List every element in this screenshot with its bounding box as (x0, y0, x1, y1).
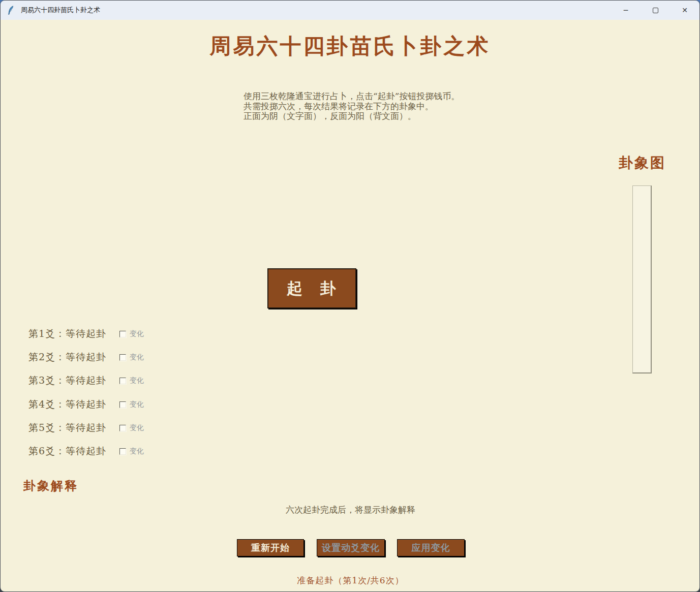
close-button[interactable]: ✕ (670, 1, 699, 20)
page-title: 周易六十四卦苗氏卜卦之术 (1, 32, 699, 60)
instruction-line-3: 正面为阴（文字面），反面为阳（背文面）。 (244, 111, 460, 121)
close-icon: ✕ (682, 6, 688, 14)
change-checkbox-label: 变化 (130, 400, 144, 409)
hexagram-canvas (632, 185, 652, 373)
interpretation-placeholder: 六次起卦完成后，将显示卦象解释 (1, 504, 700, 516)
change-checkbox[interactable] (119, 331, 126, 337)
window-controls: ─ ✕ (611, 1, 699, 20)
yao-change-toggle[interactable]: 变化 (119, 400, 144, 409)
yao-row-2: 第2爻：等待起卦 变化 (28, 351, 144, 364)
cast-hexagram-button[interactable]: 起 卦 (267, 268, 356, 308)
change-checkbox-label: 变化 (130, 423, 144, 432)
maximize-button[interactable] (641, 1, 670, 20)
instructions: 使用三枚乾隆通宝进行占卜，点击“起卦”按钮投掷钱币。 共需投掷六次，每次结果将记… (244, 91, 460, 121)
change-checkbox[interactable] (119, 448, 126, 455)
instruction-line-2: 共需投掷六次，每次结果将记录在下方的卦象中。 (244, 102, 460, 112)
yao-row-4: 第4爻：等待起卦 变化 (28, 398, 144, 411)
set-moving-lines-button[interactable]: 设置动爻变化 (317, 539, 385, 556)
change-checkbox[interactable] (119, 354, 126, 361)
instruction-line-1: 使用三枚乾隆通宝进行占卜，点击“起卦”按钮投掷钱币。 (244, 91, 460, 102)
change-checkbox[interactable] (119, 401, 126, 408)
yao-label: 第2爻：等待起卦 (28, 351, 106, 364)
titlebar: 周易六十四卦苗氏卜卦之术 ─ ✕ (1, 1, 699, 20)
yao-row-5: 第5爻：等待起卦 变化 (28, 421, 144, 434)
change-checkbox-label: 变化 (130, 329, 144, 338)
yao-change-toggle[interactable]: 变化 (119, 376, 144, 385)
yao-label: 第1爻：等待起卦 (28, 327, 106, 340)
yao-label: 第6爻：等待起卦 (28, 445, 106, 458)
minimize-button[interactable]: ─ (611, 1, 641, 20)
yao-row-1: 第1爻：等待起卦 变化 (28, 327, 144, 340)
yao-label: 第5爻：等待起卦 (28, 421, 106, 434)
status-text: 准备起卦（第1次/共6次） (1, 575, 700, 586)
change-checkbox-label: 变化 (130, 376, 144, 385)
restart-button[interactable]: 重新开始 (237, 539, 304, 556)
interpretation-heading: 卦象解释 (23, 478, 78, 494)
change-checkbox-label: 变化 (130, 353, 144, 362)
minimize-icon: ─ (624, 6, 628, 14)
yao-change-toggle[interactable]: 变化 (119, 423, 144, 432)
yao-label: 第4爻：等待起卦 (28, 398, 106, 411)
window-title: 周易六十四卦苗氏卜卦之术 (21, 6, 100, 15)
change-checkbox-label: 变化 (130, 447, 144, 456)
yao-label: 第3爻：等待起卦 (28, 374, 106, 387)
app-window: 周易六十四卦苗氏卜卦之术 ─ ✕ 周易六十四卦苗氏卜卦之术 使用三枚乾隆通宝进行… (0, 0, 700, 592)
main-content: 周易六十四卦苗氏卜卦之术 使用三枚乾隆通宝进行占卜，点击“起卦”按钮投掷钱币。 … (1, 20, 699, 591)
change-checkbox[interactable] (119, 378, 126, 384)
maximize-icon (653, 8, 658, 13)
yao-change-toggle[interactable]: 变化 (119, 447, 144, 456)
yao-row-6: 第6爻：等待起卦 变化 (28, 445, 144, 458)
change-checkbox[interactable] (119, 425, 126, 431)
yao-change-toggle[interactable]: 变化 (119, 353, 144, 362)
yao-change-toggle[interactable]: 变化 (119, 329, 144, 338)
apply-changes-button[interactable]: 应用变化 (397, 539, 465, 556)
python-feather-icon (7, 5, 16, 15)
yao-row-3: 第3爻：等待起卦 变化 (28, 374, 144, 387)
hexagram-panel-title: 卦象图 (605, 153, 679, 173)
